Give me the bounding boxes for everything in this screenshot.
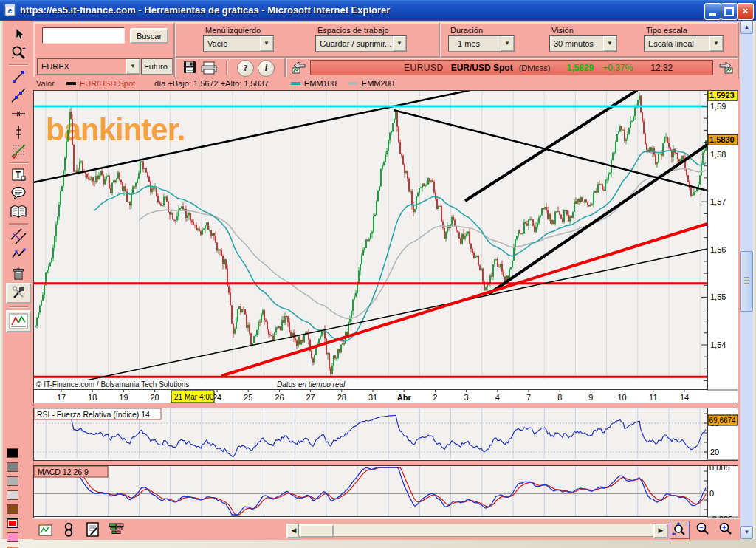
espacios-label: Espacios de trabajo — [317, 26, 389, 35]
sidebar-divider — [9, 223, 28, 225]
instrument-select[interactable]: Futuro — [141, 58, 173, 75]
vision-select[interactable]: 30 minutos ▼ — [549, 35, 617, 52]
rsi-panel-canvas[interactable]: RSI - Fuerza Relativa (índice) 14802069,… — [33, 408, 738, 461]
palette-color[interactable] — [7, 448, 18, 458]
chevron-down-icon[interactable]: ▼ — [260, 36, 273, 51]
vision-label: Visión — [551, 26, 574, 35]
zoom-tool[interactable]: +- — [7, 44, 30, 61]
menu-izquierdo-value: Vacío — [204, 39, 260, 48]
vscroll-down-arrow[interactable]: ▼ — [740, 526, 753, 539]
svg-text:T: T — [15, 170, 21, 180]
vscrollbar-thumb[interactable] — [740, 251, 753, 312]
vertical-line-tool[interactable] — [7, 123, 30, 141]
document-icon[interactable] — [85, 521, 101, 538]
settings-tool[interactable] — [6, 283, 31, 304]
exchange-value: EUREX — [38, 62, 126, 71]
zigzag-tool[interactable] — [7, 246, 30, 264]
comment-tool[interactable] — [7, 185, 30, 202]
copyright-note: © IT-Finance.com / Bolsamania Tech Solut… — [36, 380, 189, 388]
date-tick-label: 8 — [557, 393, 562, 402]
text-tool[interactable]: T — [7, 166, 30, 184]
menu-izquierdo-select[interactable]: Vacío ▼ — [203, 35, 274, 52]
info-button[interactable]: i — [258, 60, 275, 77]
rsi-title: RSI - Fuerza Relativa (índice) 14 — [37, 410, 150, 419]
close-button[interactable]: × — [737, 3, 754, 20]
previous-chart-icon[interactable] — [290, 60, 308, 74]
price-tick-label: 1,58 — [710, 150, 726, 159]
palette-color[interactable] — [7, 504, 18, 514]
duracion-label: Duración — [450, 26, 483, 35]
hscrollbar-track[interactable] — [298, 524, 655, 537]
save-icon[interactable] — [183, 61, 197, 74]
horizontal-ray-tool[interactable] — [7, 105, 30, 123]
new-chart-icon[interactable] — [37, 522, 53, 537]
chevron-down-icon[interactable]: ▼ — [501, 36, 514, 51]
date-tick-label: 17 — [57, 393, 66, 402]
date-tick-label: 4 — [495, 393, 500, 402]
restore-button[interactable] — [721, 3, 738, 20]
print-icon[interactable] — [201, 61, 219, 75]
vscroll-up-arrow[interactable]: ▲ — [740, 21, 753, 34]
duracion-select[interactable]: 1 mes ▼ — [448, 35, 515, 52]
sidebar-divider — [9, 306, 28, 308]
chevron-down-icon[interactable]: ▼ — [393, 36, 406, 51]
vscrollbar-track[interactable]: ▲ ▼ — [740, 21, 753, 539]
title-bar[interactable]: e https://es5.it-finance.com - Herramien… — [0, 0, 756, 21]
market-depth-icon[interactable] — [107, 521, 126, 538]
svg-text:1,5923: 1,5923 — [709, 91, 735, 100]
hscroll-right-arrow[interactable]: ▶ — [653, 524, 668, 538]
quote-market: (Divisas) — [519, 64, 551, 72]
zoom-in-button[interactable] — [716, 521, 735, 538]
espacios-value: Guardar / suprimir... — [316, 39, 393, 48]
extended-line-tool[interactable] — [7, 86, 30, 104]
tipo-escala-select[interactable]: Escala lineal ▼ — [644, 35, 724, 52]
minimize-button[interactable] — [704, 3, 721, 20]
tipo-escala-label: Tipo escala — [646, 26, 687, 35]
file-actions-panel: ? i — [175, 58, 286, 79]
parallel-channel-tool[interactable] — [7, 227, 30, 245]
segment-tool[interactable] — [7, 68, 30, 86]
quote-strip[interactable]: EURUSD EUR/USD Spot (Divisas) 1,5829 +0,… — [310, 60, 713, 75]
search-input[interactable] — [42, 27, 125, 44]
delete-tool[interactable] — [7, 264, 30, 282]
chart-legend: Valor EUR/USD Spot día +Bajo: 1,5672 +Al… — [33, 77, 738, 90]
svg-text:e: e — [7, 6, 12, 15]
legend-valor: Valor — [36, 79, 55, 88]
compare-icon[interactable] — [63, 521, 75, 538]
price-chart-canvas[interactable]: bankinter.© IT-Finance.com / Bolsamania … — [33, 90, 738, 403]
notebook-tool[interactable] — [7, 203, 30, 221]
chevron-down-icon[interactable]: ▼ — [126, 59, 140, 74]
search-panel: Buscar EUREX ▼ Futuro — [33, 22, 175, 79]
date-tick-label: 14 — [680, 393, 689, 402]
indicator-chart-tool[interactable] — [6, 310, 31, 332]
palette-color[interactable] — [7, 532, 18, 542]
date-tick-label: 3 — [464, 393, 469, 402]
palette-color[interactable] — [7, 462, 18, 472]
macd-panel-canvas[interactable]: MACD 12 26 90,0050-0,005 — [33, 465, 738, 518]
date-tick-label: 20 — [150, 393, 159, 402]
date-tick-label: 9 — [588, 393, 593, 402]
zoom-out-button[interactable] — [693, 521, 712, 538]
search-button[interactable]: Buscar — [130, 28, 168, 44]
cursor-tool[interactable] — [7, 25, 30, 43]
date-tick-label: 18 — [88, 393, 97, 402]
macd-level-label: 0 — [709, 489, 714, 498]
palette-color[interactable] — [7, 476, 18, 486]
next-chart-icon[interactable] — [716, 60, 735, 74]
help-button[interactable]: ? — [237, 60, 254, 77]
fibonacci-tool[interactable] — [7, 142, 30, 160]
sidebar-divider — [9, 64, 28, 66]
chevron-down-icon[interactable]: ▼ — [603, 36, 616, 51]
vision-value: 30 minutos — [550, 39, 603, 48]
pan-zoom-button[interactable] — [670, 521, 690, 539]
quote-name: EUR/USD Spot — [451, 63, 513, 73]
palette-color[interactable] — [7, 518, 18, 528]
hscrollbar-thumb[interactable] — [300, 524, 334, 538]
exchange-select[interactable]: EUREX ▼ — [37, 58, 140, 75]
quote-panel: EURUSD EUR/USD Spot (Divisas) 1,5829 +0,… — [286, 58, 739, 79]
palette-color[interactable] — [7, 490, 18, 500]
duracion-value: 1 mes — [449, 39, 501, 48]
espacios-select[interactable]: Guardar / suprimir... ▼ — [315, 35, 407, 52]
emm100-swatch — [291, 82, 300, 85]
chevron-down-icon[interactable]: ▼ — [709, 36, 723, 51]
